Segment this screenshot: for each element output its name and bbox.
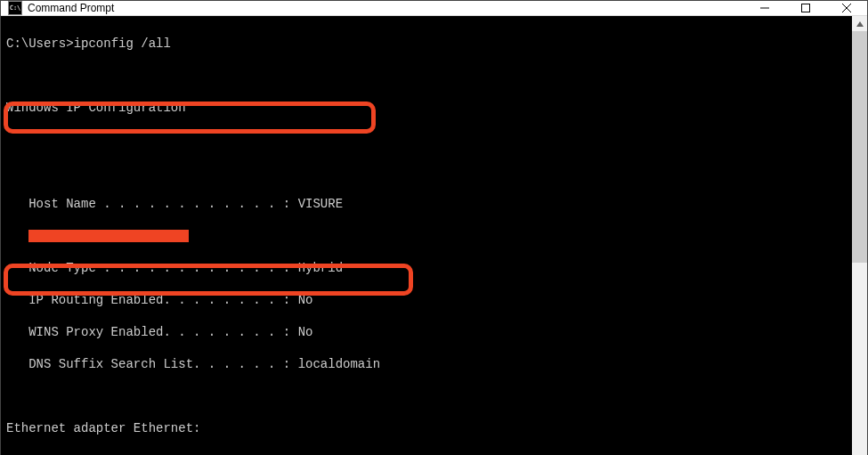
minimize-button[interactable] bbox=[744, 1, 785, 15]
prompt-path: C:\Users> bbox=[6, 37, 74, 51]
prompt-command: ipconfig /all bbox=[74, 37, 171, 51]
obscured-row bbox=[6, 228, 847, 244]
window-controls bbox=[744, 1, 867, 15]
vertical-scrollbar[interactable] bbox=[852, 16, 867, 455]
wins-proxy-row: WINS Proxy Enabled. . . . . . . . : No bbox=[6, 324, 847, 340]
svg-marker-4 bbox=[856, 21, 864, 27]
scroll-thumb[interactable] bbox=[852, 31, 867, 263]
close-button[interactable] bbox=[826, 1, 867, 15]
close-icon bbox=[842, 4, 851, 12]
host-name-row: Host Name . . . . . . . . . . . . : VISU… bbox=[6, 196, 847, 212]
ip-routing-row: IP Routing Enabled. . . . . . . . : No bbox=[6, 292, 847, 308]
title-bar[interactable]: C:\ Command Prompt bbox=[1, 1, 867, 16]
maximize-icon bbox=[801, 4, 810, 12]
node-type-row: Node Type . . . . . . . . . . . . : Hybr… bbox=[6, 260, 847, 276]
svg-rect-1 bbox=[802, 4, 810, 12]
app-icon: C:\ bbox=[8, 1, 22, 15]
section-header: Windows IP Configuration bbox=[6, 100, 847, 116]
dns-suffix-row: DNS Suffix Search List. . . . . . : loca… bbox=[6, 356, 847, 372]
console-output[interactable]: C:\Users>ipconfig /all Windows IP Config… bbox=[1, 16, 852, 455]
chevron-up-icon bbox=[856, 21, 864, 27]
maximize-button[interactable] bbox=[785, 1, 826, 15]
scroll-up-button[interactable] bbox=[852, 16, 867, 31]
command-prompt-window: C:\ Command Prompt C:\Users>ipconfig /al… bbox=[0, 0, 868, 455]
window-title: Command Prompt bbox=[28, 2, 114, 14]
scroll-track[interactable] bbox=[852, 31, 867, 455]
prompt-line: C:\Users>ipconfig /all bbox=[6, 36, 847, 52]
eth-adapter-header: Ethernet adapter Ethernet: bbox=[6, 420, 847, 436]
minimize-icon bbox=[760, 4, 769, 12]
